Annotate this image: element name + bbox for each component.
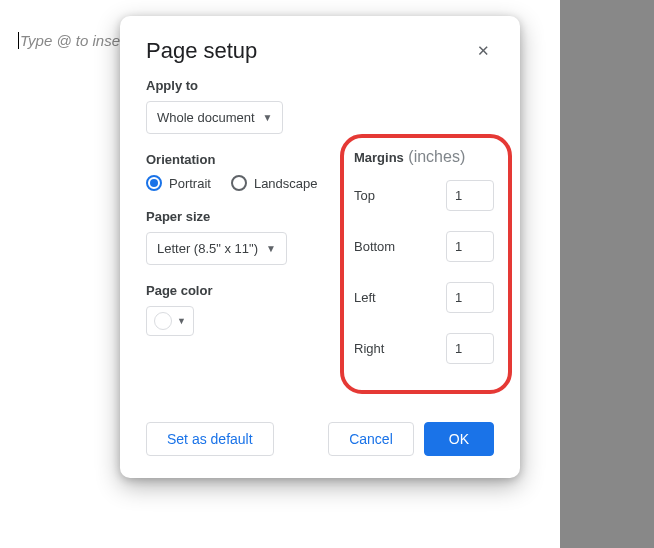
- landscape-radio-label: Landscape: [254, 176, 318, 191]
- radio-unchecked-icon: [231, 175, 247, 191]
- close-icon[interactable]: ✕: [473, 38, 494, 64]
- cancel-button[interactable]: Cancel: [328, 422, 414, 456]
- color-swatch-icon: [154, 312, 172, 330]
- radio-checked-icon: [146, 175, 162, 191]
- paper-size-value: Letter (8.5" x 11"): [157, 241, 258, 256]
- margin-right-input[interactable]: [446, 333, 494, 364]
- doc-placeholder-text: Type @ to inse: [18, 32, 120, 49]
- ok-button[interactable]: OK: [424, 422, 494, 456]
- margin-bottom-input[interactable]: [446, 231, 494, 262]
- paper-size-select[interactable]: Letter (8.5" x 11") ▼: [146, 232, 287, 265]
- margins-unit: (inches): [408, 148, 465, 165]
- apply-to-select[interactable]: Whole document ▼: [146, 101, 283, 134]
- caret-down-icon: ▼: [266, 243, 276, 254]
- caret-down-icon: ▼: [177, 316, 186, 326]
- margin-left-label: Left: [354, 290, 376, 305]
- page-color-label: Page color: [146, 283, 330, 298]
- margin-left-input[interactable]: [446, 282, 494, 313]
- apply-to-label: Apply to: [146, 78, 494, 93]
- page-setup-dialog: Page setup ✕ Apply to Whole document ▼ O…: [120, 16, 520, 478]
- paper-size-label: Paper size: [146, 209, 330, 224]
- margins-label: Margins: [354, 150, 404, 165]
- margins-header: Margins (inches): [354, 148, 494, 166]
- portrait-radio-label: Portrait: [169, 176, 211, 191]
- apply-to-value: Whole document: [157, 110, 255, 125]
- dialog-title: Page setup: [146, 38, 257, 64]
- orientation-landscape-radio[interactable]: Landscape: [231, 175, 318, 191]
- margin-right-label: Right: [354, 341, 384, 356]
- orientation-label: Orientation: [146, 152, 330, 167]
- margin-top-input[interactable]: [446, 180, 494, 211]
- set-as-default-button[interactable]: Set as default: [146, 422, 274, 456]
- orientation-portrait-radio[interactable]: Portrait: [146, 175, 211, 191]
- page-color-select[interactable]: ▼: [146, 306, 194, 336]
- caret-down-icon: ▼: [263, 112, 273, 123]
- dialog-header: Page setup ✕: [146, 38, 494, 64]
- margin-top-label: Top: [354, 188, 375, 203]
- dialog-button-row: Set as default Cancel OK: [146, 422, 494, 456]
- margin-bottom-label: Bottom: [354, 239, 395, 254]
